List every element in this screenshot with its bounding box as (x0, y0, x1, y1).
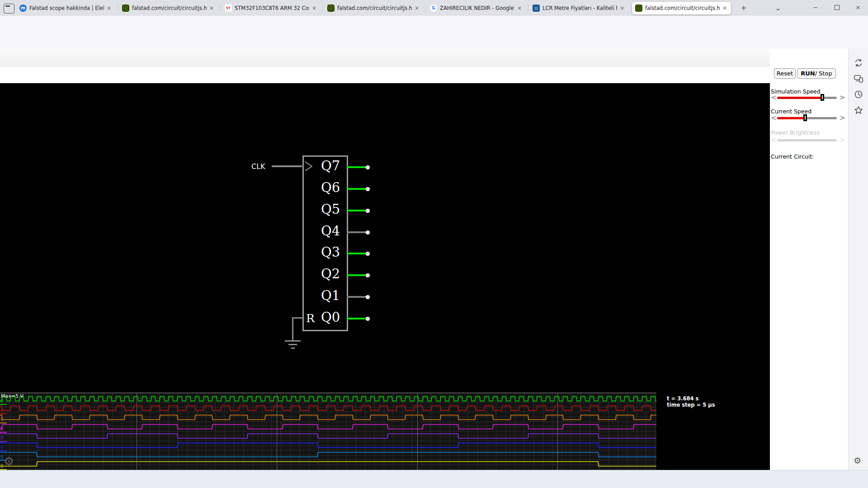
ground-icon (285, 340, 301, 342)
tab-close-icon[interactable]: × (516, 5, 523, 11)
circuitjs-menubar: FileEditDrawScopesOptionsCircuits (0, 49, 770, 67)
taskbar: Type here to search +−OPS7 ENG 6:44 PM 1… (0, 470, 868, 488)
new-tab-button[interactable]: + (738, 2, 750, 14)
output-node[interactable] (366, 230, 370, 235)
tab-title: falstad.com/circuit/circuitjs.htm (337, 5, 412, 11)
output-wire-q3[interactable] (347, 253, 367, 254)
devices-icon[interactable] (854, 74, 863, 84)
slider-thumb[interactable] (803, 114, 807, 121)
slider-left-arrow[interactable]: < (771, 94, 777, 101)
ground-icon (291, 347, 295, 349)
output-label-q4: Q4 (321, 225, 340, 238)
tab-separator (118, 5, 118, 11)
power-brightness-label: Power Brightness (771, 129, 820, 136)
firefox-view-icon[interactable] (4, 4, 14, 14)
window-restore-button[interactable] (828, 0, 846, 15)
tab-separator (425, 5, 426, 11)
ground-wire[interactable] (292, 317, 293, 340)
tab-close-icon[interactable]: × (311, 5, 317, 11)
tab-close-icon[interactable]: × (106, 5, 112, 11)
tab-title: falstad.com/circuit/circuitjs.htm (132, 5, 207, 11)
settings-gear-icon[interactable]: ⚙ (854, 455, 861, 465)
browser-side-strip: ⚙ (848, 49, 868, 470)
window-minimize-button[interactable]: − (807, 0, 825, 15)
favorites-star-icon[interactable] (854, 105, 863, 115)
tab-close-icon[interactable]: × (722, 5, 728, 11)
tab-favicon: ST (225, 5, 232, 12)
tab-close-icon[interactable]: × (619, 5, 625, 11)
output-label-q1: Q1 (321, 289, 340, 302)
output-wire-q4[interactable] (347, 231, 367, 233)
slider-thumb[interactable] (821, 94, 824, 101)
browser-tab[interactable]: mFalstad scope hakkinda | Elektro× (16, 2, 115, 14)
output-wire-q5[interactable] (347, 210, 367, 211)
current-speed-label: Current Speed (771, 108, 811, 115)
current-circuit-label: Current Circuit: (771, 153, 814, 160)
output-label-q3: Q3 (321, 246, 340, 259)
run-label: RUN (801, 70, 815, 77)
clock-edge-icon (305, 161, 314, 172)
scope-settings-gear-icon[interactable]: ⚙ (4, 455, 14, 468)
tab-title: LCR Metre Fiyatları - Kaliteli Ma (542, 5, 617, 11)
output-node[interactable] (366, 209, 370, 213)
output-label-q6: Q6 (321, 181, 340, 194)
power-brightness-slider: <> (770, 137, 846, 144)
tab-favicon: G (430, 5, 437, 12)
sync-icon[interactable] (854, 58, 863, 68)
slider-track[interactable] (777, 97, 837, 99)
sim-speed-label: Simulation Speed (771, 88, 821, 95)
tab-list-button[interactable]: ⌄ (772, 2, 784, 14)
ground-wire[interactable] (292, 317, 303, 319)
sim-speed-slider[interactable]: <> (770, 94, 846, 102)
output-node[interactable] (366, 273, 370, 277)
slider-right-arrow[interactable]: > (840, 115, 845, 121)
simulation-panel: Reset RUN / Stop Simulation Speed <> Cur… (770, 49, 848, 470)
slider-track[interactable] (777, 117, 837, 119)
restore-icon (835, 5, 840, 10)
output-node[interactable] (366, 187, 370, 191)
history-clock-icon[interactable] (854, 89, 863, 99)
browser-tab[interactable]: falstad.com/circuit/circuitjs.htm× (324, 2, 423, 14)
output-label-q5: Q5 (321, 203, 340, 216)
circuit-canvas[interactable]: CLK Q7Q6Q5Q4Q3Q2Q1Q0 R Max=5 V t = 3.684… (0, 83, 770, 470)
output-label-q7: Q7 (321, 160, 340, 173)
reset-button[interactable]: Reset (774, 68, 796, 79)
slider-left-arrow[interactable]: < (771, 115, 777, 121)
browser-tab[interactable]: STSTM32F103C8T6 ARM 32 Corte× (222, 2, 321, 14)
browser-tab[interactable]: falstad.com/circuit/circuitjs.htm× (119, 2, 218, 14)
browser-tab[interactable]: GZAHIRECILIK NEDIR - Google'da× (427, 2, 526, 14)
tab-favicon: ▫ (533, 5, 540, 12)
scope-canvas[interactable] (0, 393, 658, 470)
output-node[interactable] (366, 165, 370, 169)
scope-time: t = 3.684 s (667, 395, 715, 402)
output-wire-q7[interactable] (347, 166, 367, 168)
tab-close-icon[interactable]: × (208, 5, 215, 11)
output-wire-q0[interactable] (347, 318, 367, 319)
tab-close-icon[interactable]: × (414, 5, 420, 11)
tab-title: ZAHIRECILIK NEDIR - Google'da (440, 5, 514, 11)
tab-title: STM32F103C8T6 ARM 32 Corte (235, 5, 309, 11)
tab-separator (528, 5, 528, 11)
tab-separator (220, 5, 221, 11)
output-label-q2: Q2 (321, 267, 340, 281)
output-label-q0: Q0 (321, 311, 340, 324)
output-node[interactable] (366, 295, 370, 299)
output-wire-q2[interactable] (347, 274, 367, 276)
output-node[interactable] (366, 317, 370, 321)
clk-wire[interactable] (272, 165, 302, 167)
browser-tab[interactable]: ▫LCR Metre Fiyatları - Kaliteli Ma× (529, 2, 628, 14)
browser-tab[interactable]: falstad.com/circuit/circuitjs.htm× (632, 2, 731, 14)
scope-timestep: time step = 5 µs (667, 402, 715, 408)
output-wire-q1[interactable] (347, 296, 367, 298)
output-wire-q6[interactable] (347, 188, 367, 190)
tab-title: Falstad scope hakkinda | Elektro (29, 5, 104, 11)
tab-favicon (327, 5, 335, 12)
slider-right-arrow[interactable]: > (840, 94, 845, 101)
run-stop-button[interactable]: RUN / Stop (797, 68, 836, 79)
output-node[interactable] (366, 252, 370, 256)
clk-label: CLK (251, 162, 265, 171)
window-close-button[interactable]: × (849, 0, 867, 15)
tab-title: falstad.com/circuit/circuitjs.htm (645, 5, 720, 11)
current-speed-slider[interactable]: <> (770, 115, 846, 122)
reset-pin-label: R (306, 312, 315, 325)
